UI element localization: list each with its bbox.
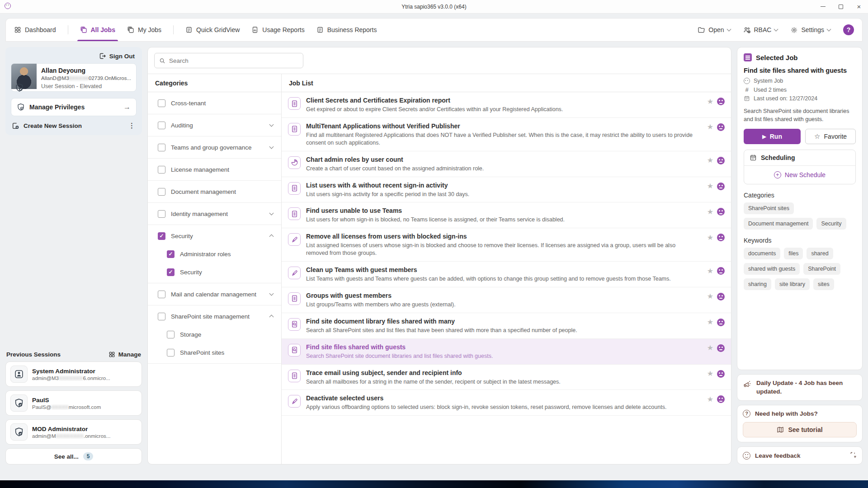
tab-dashboard[interactable]: Dashboard bbox=[14, 19, 56, 41]
category-mail-calendar[interactable]: Mail and calendar management bbox=[148, 285, 281, 303]
favorite-button[interactable]: ☆ Favorite bbox=[805, 129, 856, 144]
user-profile-card[interactable]: Allan Deyoung AllanD@M36XXXX402739.OnMic… bbox=[11, 63, 137, 92]
favorite-star-icon[interactable]: ★ bbox=[707, 293, 713, 300]
tab-label: Usage Reports bbox=[262, 26, 304, 33]
job-row[interactable]: Find users unable to use Teams List user… bbox=[282, 202, 731, 228]
see-all-button[interactable]: See all... 5 bbox=[5, 448, 142, 465]
expand-icon[interactable] bbox=[850, 451, 857, 460]
checkbox-checked[interactable] bbox=[158, 232, 165, 240]
tab-all-jobs[interactable]: All Jobs bbox=[80, 19, 115, 41]
favorite-star-icon[interactable]: ★ bbox=[707, 123, 713, 131]
chevron-up-icon[interactable] bbox=[269, 315, 274, 319]
keyword-tag[interactable]: shared with guests bbox=[744, 263, 800, 275]
job-row[interactable]: Find site document library files shared … bbox=[282, 313, 731, 339]
settings-menu[interactable]: Settings bbox=[790, 26, 830, 34]
checkbox-unchecked[interactable] bbox=[167, 349, 175, 357]
favorite-star-icon[interactable]: ★ bbox=[707, 370, 713, 377]
checkbox-unchecked[interactable] bbox=[158, 313, 165, 320]
favorite-star-icon[interactable]: ★ bbox=[707, 98, 713, 105]
checkbox-unchecked[interactable] bbox=[167, 331, 175, 338]
job-row[interactable]: Deactivate selected users Apply various … bbox=[282, 390, 731, 416]
tab-my-jobs[interactable]: My Jobs bbox=[127, 19, 161, 41]
chevron-up-icon[interactable] bbox=[269, 235, 274, 239]
see-tutorial-button[interactable]: See tutorial bbox=[743, 422, 857, 437]
checkbox-unchecked[interactable] bbox=[158, 210, 165, 218]
keyword-tag[interactable]: sites bbox=[813, 278, 834, 290]
job-row[interactable]: Client Secrets and Certificates Expirati… bbox=[282, 92, 731, 118]
checkbox-checked[interactable] bbox=[167, 250, 175, 258]
job-row[interactable]: Clean up Teams with guest members List T… bbox=[282, 262, 731, 287]
settings-label: Settings bbox=[801, 26, 824, 33]
favorite-star-icon[interactable]: ★ bbox=[707, 234, 713, 241]
category-tag[interactable]: SharePoint sites bbox=[744, 202, 794, 214]
category-auditing[interactable]: Auditing bbox=[148, 116, 281, 134]
session-list-item[interactable]: PaulS PaulS@XXXXXmicrosoft.com bbox=[5, 390, 142, 416]
job-row[interactable]: Trace email using subject, sender and re… bbox=[282, 365, 731, 390]
category-tag[interactable]: Document management bbox=[744, 218, 813, 230]
category-sharepoint-management[interactable]: SharePoint site management bbox=[148, 307, 281, 325]
chevron-down-icon[interactable] bbox=[269, 291, 274, 296]
category-teams-governance[interactable]: Teams and group governance bbox=[148, 138, 281, 156]
category-document-management[interactable]: Document management bbox=[148, 183, 281, 201]
favorite-star-icon[interactable]: ★ bbox=[707, 183, 713, 190]
keyword-tag[interactable]: sharing bbox=[744, 278, 771, 290]
checkbox-unchecked[interactable] bbox=[158, 144, 165, 151]
tab-business-reports[interactable]: Business Reports bbox=[316, 19, 377, 41]
category-tag[interactable]: Security bbox=[816, 218, 846, 230]
subcategory-sharepoint-sites[interactable]: SharePoint sites bbox=[148, 343, 281, 361]
daily-update-card[interactable]: Daily Update - 4 Job has been updated. bbox=[737, 374, 863, 400]
chevron-down-icon[interactable] bbox=[269, 211, 274, 216]
job-row[interactable]: Remove all licenses from users with bloc… bbox=[282, 228, 731, 262]
checkbox-unchecked[interactable] bbox=[158, 166, 165, 174]
keyword-tag[interactable]: site library bbox=[775, 278, 810, 290]
chevron-down-icon[interactable] bbox=[269, 145, 274, 149]
checkbox-unchecked[interactable] bbox=[158, 188, 165, 196]
create-new-session-button[interactable]: Create New Session ⋮ bbox=[11, 122, 137, 130]
chevron-down-icon[interactable] bbox=[269, 122, 274, 127]
category-security[interactable]: Security bbox=[148, 227, 281, 245]
job-row[interactable]: List users with & without recent sign-in… bbox=[282, 177, 731, 203]
category-identity-management[interactable]: Identity management bbox=[148, 205, 281, 223]
job-description: List users sign-ins activity for a speci… bbox=[306, 191, 698, 198]
tab-quick-gridview[interactable]: Quick GridView bbox=[185, 19, 240, 41]
feedback-card[interactable]: Leave feedback bbox=[737, 446, 863, 465]
tab-usage-reports[interactable]: Usage Reports bbox=[251, 19, 304, 41]
category-cross-tenant[interactable]: Cross-tenant bbox=[148, 94, 281, 112]
subcategory-administrator-roles[interactable]: Administrator roles bbox=[148, 245, 281, 263]
favorite-star-icon[interactable]: ★ bbox=[707, 396, 713, 403]
favorite-star-icon[interactable]: ★ bbox=[707, 267, 713, 275]
sign-out-button[interactable]: Sign Out bbox=[11, 52, 137, 63]
job-row-selected[interactable]: Find site files shared with guests Searc… bbox=[282, 339, 731, 365]
session-list-item[interactable]: MOD Administrator admin@MXXXXXXXX.onmicr… bbox=[5, 419, 142, 445]
favorite-star-icon[interactable]: ★ bbox=[707, 344, 713, 352]
keyword-tag[interactable]: files bbox=[784, 248, 803, 259]
job-row[interactable]: Chart admin roles by user count Create a… bbox=[282, 151, 731, 177]
keyword-tag[interactable]: SharePoint bbox=[803, 263, 840, 275]
subcategory-storage[interactable]: Storage bbox=[148, 325, 281, 343]
checkbox-unchecked[interactable] bbox=[158, 122, 165, 129]
keyword-tag[interactable]: shared bbox=[807, 248, 833, 259]
category-license-management[interactable]: License management bbox=[148, 160, 281, 178]
favorite-star-icon[interactable]: ★ bbox=[707, 208, 713, 216]
checkbox-unchecked[interactable] bbox=[158, 291, 165, 298]
checkbox-checked[interactable] bbox=[167, 268, 175, 276]
rbac-menu[interactable]: RBAC bbox=[743, 26, 778, 34]
favorite-star-icon[interactable]: ★ bbox=[707, 157, 713, 164]
search-input[interactable] bbox=[169, 57, 298, 64]
favorite-star-icon[interactable]: ★ bbox=[707, 319, 713, 326]
open-menu[interactable]: Open bbox=[698, 26, 730, 34]
job-row[interactable]: Groups with guest members List groups/Te… bbox=[282, 287, 731, 313]
manage-privileges-button[interactable]: Manage Privileges → bbox=[11, 98, 137, 116]
job-row[interactable]: MultiTenant Applications without Verifie… bbox=[282, 118, 731, 151]
help-button[interactable]: ? bbox=[843, 24, 854, 35]
checkbox-unchecked[interactable] bbox=[158, 99, 165, 107]
more-options-icon[interactable]: ⋮ bbox=[128, 122, 136, 130]
run-button[interactable]: ▶ Run bbox=[744, 129, 801, 144]
manage-sessions-button[interactable]: Manage bbox=[108, 351, 141, 358]
new-schedule-button[interactable]: + New Schedule bbox=[744, 166, 855, 184]
question-circle-icon: ? bbox=[743, 410, 750, 418]
keyword-tag[interactable]: documents bbox=[744, 248, 780, 259]
session-list-item[interactable]: System Administrator admin@M3XXXXXXX6.on… bbox=[5, 361, 142, 387]
search-box[interactable] bbox=[154, 53, 303, 68]
subcategory-security[interactable]: Security bbox=[148, 263, 281, 281]
